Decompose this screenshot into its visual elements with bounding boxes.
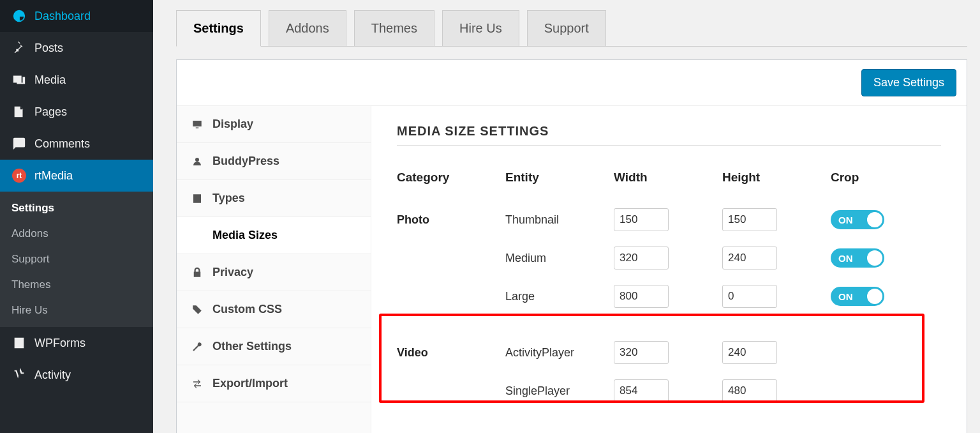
sidebar-item-media[interactable]: Media	[0, 64, 153, 96]
sidebar-label: Pages	[34, 105, 67, 119]
photo-large-crop-toggle[interactable]: ON	[831, 287, 884, 306]
row-video-activityplayer: Video ActivityPlayer	[397, 337, 941, 368]
tab-hireus[interactable]: Hire Us	[442, 10, 519, 47]
settings-panel: Save Settings Display BuddyPress Types	[176, 59, 967, 433]
row-video-singleplayer: SinglePlayer	[397, 376, 941, 406]
sidebar-item-activity[interactable]: Activity	[0, 359, 153, 391]
video-activity-width-input[interactable]	[614, 341, 669, 364]
nav-buddypress[interactable]: BuddyPress	[177, 143, 371, 180]
nav-export-import[interactable]: Export/Import	[177, 365, 371, 402]
sidebar-label: Comments	[34, 137, 90, 151]
entity-medium: Medium	[505, 252, 614, 265]
tab-settings[interactable]: Settings	[176, 10, 261, 47]
photo-thumb-height-input[interactable]	[722, 208, 777, 231]
toggle-knob	[867, 250, 882, 266]
sidebar-item-pages[interactable]: Pages	[0, 96, 153, 128]
save-settings-button[interactable]: Save Settings	[861, 69, 956, 96]
nav-label: Display	[212, 118, 253, 131]
submenu-addons[interactable]: Addons	[0, 221, 153, 247]
sidebar-item-wpforms[interactable]: WPForms	[0, 327, 153, 359]
sidebar-item-posts[interactable]: Posts	[0, 32, 153, 64]
category-video: Video	[397, 346, 505, 360]
settings-content: MEDIA SIZE SETTINGS Category Entity Widt…	[371, 106, 967, 433]
toggle-knob	[867, 212, 882, 227]
submenu-support[interactable]: Support	[0, 247, 153, 272]
sidebar-item-comments[interactable]: Comments	[0, 128, 153, 160]
nav-label: Media Sizes	[212, 229, 278, 242]
lock-icon	[191, 267, 204, 278]
dashboard-icon	[11, 9, 27, 23]
photo-thumb-width-input[interactable]	[614, 208, 669, 231]
photo-thumb-crop-toggle[interactable]: ON	[831, 210, 884, 229]
col-entity: Entity	[505, 171, 614, 185]
photo-medium-height-input[interactable]	[722, 247, 777, 270]
wrench-icon	[191, 341, 204, 353]
nav-custom-css[interactable]: Custom CSS	[177, 291, 371, 328]
nav-display[interactable]: Display	[177, 106, 371, 143]
photo-large-height-input[interactable]	[722, 285, 777, 308]
nav-label: Export/Import	[212, 377, 288, 390]
sidebar-label: Activity	[34, 368, 71, 382]
toggle-knob	[867, 289, 882, 304]
activity-icon	[11, 368, 27, 382]
sidebar-label: Dashboard	[34, 10, 91, 23]
entity-large: Large	[505, 290, 614, 303]
category-photo: Photo	[397, 213, 505, 227]
photo-large-width-input[interactable]	[614, 285, 669, 308]
section-title: MEDIA SIZE SETTINGS	[397, 124, 941, 146]
submenu-settings[interactable]: Settings	[0, 195, 153, 221]
col-height: Height	[722, 171, 831, 185]
pin-icon	[11, 41, 27, 55]
col-category: Category	[397, 171, 505, 185]
main-area: Settings Addons Themes Hire Us Support S…	[153, 0, 980, 433]
entity-singleplayer: SinglePlayer	[505, 384, 614, 398]
table-header-row: Category Entity Width Height Crop	[397, 162, 941, 193]
sidebar-item-dashboard[interactable]: Dashboard	[0, 0, 153, 32]
nav-label: Privacy	[212, 266, 253, 279]
nav-types[interactable]: Types	[177, 180, 371, 217]
toggle-label: ON	[838, 253, 853, 264]
col-width: Width	[614, 171, 722, 185]
nav-label: Custom CSS	[212, 303, 282, 316]
row-photo-medium: Medium ON	[397, 243, 941, 273]
tab-strip: Settings Addons Themes Hire Us Support	[176, 10, 967, 47]
wp-admin-sidebar: Dashboard Posts Media Pages Comments rt …	[0, 0, 153, 433]
nav-label: BuddyPress	[212, 155, 279, 168]
tab-support[interactable]: Support	[527, 10, 606, 47]
nav-media-sizes[interactable]: Media Sizes	[177, 217, 371, 254]
pages-icon	[11, 105, 27, 119]
nav-label: Other Settings	[212, 340, 292, 353]
video-single-height-input[interactable]	[722, 379, 777, 402]
entity-activityplayer: ActivityPlayer	[505, 346, 614, 360]
video-activity-height-input[interactable]	[722, 341, 777, 364]
photo-medium-width-input[interactable]	[614, 247, 669, 270]
submenu-hireus[interactable]: Hire Us	[0, 298, 153, 323]
nav-privacy[interactable]: Privacy	[177, 254, 371, 291]
toggle-label: ON	[838, 215, 853, 225]
wpforms-icon	[11, 336, 27, 350]
comments-icon	[11, 137, 27, 151]
tab-addons[interactable]: Addons	[269, 10, 346, 47]
settings-side-nav: Display BuddyPress Types Media Sizes Pri…	[177, 106, 371, 433]
toggle-label: ON	[838, 291, 853, 302]
save-bar: Save Settings	[177, 60, 967, 106]
nav-other-settings[interactable]: Other Settings	[177, 328, 371, 365]
submenu-themes[interactable]: Themes	[0, 272, 153, 298]
sidebar-label: rtMedia	[34, 169, 73, 183]
tab-themes[interactable]: Themes	[354, 10, 434, 47]
nav-label: Types	[212, 192, 245, 205]
rtmedia-icon: rt	[11, 169, 27, 183]
entity-thumbnail: Thumbnail	[505, 213, 614, 227]
media-icon	[11, 73, 27, 87]
group-icon	[191, 156, 204, 167]
col-crop: Crop	[831, 171, 920, 185]
sidebar-item-rtmedia[interactable]: rt rtMedia	[0, 160, 153, 192]
video-single-width-input[interactable]	[614, 379, 669, 402]
sidebar-label: Posts	[34, 42, 63, 55]
expand-icon	[191, 230, 204, 241]
tag-icon	[191, 304, 204, 315]
transfer-icon	[191, 378, 204, 390]
sidebar-label: Media	[34, 73, 66, 87]
row-photo-thumbnail: Photo Thumbnail ON	[397, 204, 941, 235]
photo-medium-crop-toggle[interactable]: ON	[831, 248, 884, 268]
